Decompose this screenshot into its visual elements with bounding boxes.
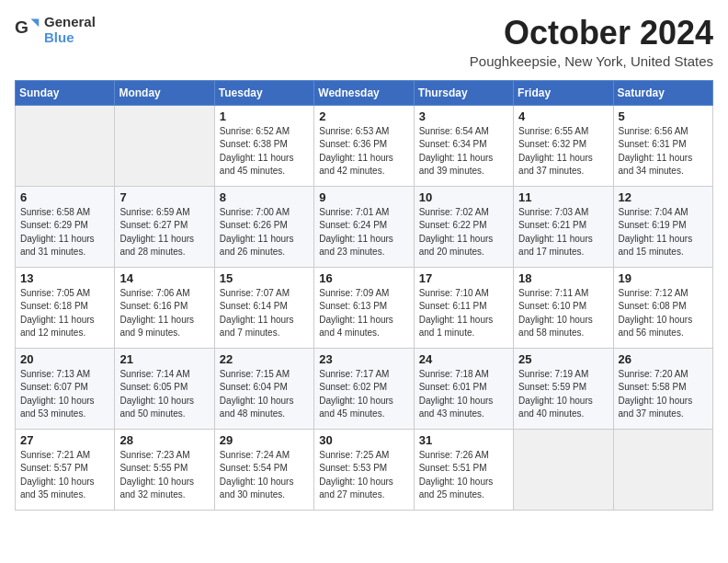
calendar-day-13: 13Sunrise: 7:05 AMSunset: 6:18 PMDayligh… — [16, 267, 115, 348]
day-number: 4 — [518, 109, 608, 123]
day-details: Sunrise: 7:09 AMSunset: 6:13 PMDaylight:… — [319, 287, 408, 340]
calendar-week-0: 1Sunrise: 6:52 AMSunset: 6:38 PMDaylight… — [16, 105, 713, 186]
day-number: 1 — [220, 109, 309, 123]
day-number: 5 — [619, 109, 708, 123]
day-header-wednesday: Wednesday — [314, 80, 414, 105]
calendar-day-21: 21Sunrise: 7:14 AMSunset: 6:05 PMDayligh… — [115, 348, 214, 429]
calendar-day-30: 30Sunrise: 7:25 AMSunset: 5:53 PMDayligh… — [314, 429, 414, 510]
day-details: Sunrise: 7:20 AMSunset: 5:58 PMDaylight:… — [619, 368, 708, 421]
day-details: Sunrise: 6:56 AMSunset: 6:31 PMDaylight:… — [619, 125, 708, 178]
day-number: 19 — [619, 271, 708, 285]
day-header-friday: Friday — [514, 80, 613, 105]
calendar-empty — [16, 105, 115, 186]
calendar-day-27: 27Sunrise: 7:21 AMSunset: 5:57 PMDayligh… — [16, 429, 115, 510]
calendar-day-4: 4Sunrise: 6:55 AMSunset: 6:32 PMDaylight… — [514, 105, 613, 186]
logo-blue: Blue — [44, 30, 96, 46]
calendar-day-8: 8Sunrise: 7:00 AMSunset: 6:26 PMDaylight… — [214, 186, 313, 267]
day-number: 2 — [319, 109, 408, 123]
day-number: 17 — [419, 271, 508, 285]
calendar-week-1: 6Sunrise: 6:58 AMSunset: 6:29 PMDaylight… — [16, 186, 713, 267]
day-number: 8 — [220, 190, 309, 204]
location: Poughkeepsie, New York, United States — [470, 53, 713, 69]
day-header-sunday: Sunday — [16, 80, 115, 105]
calendar-day-17: 17Sunrise: 7:10 AMSunset: 6:11 PMDayligh… — [414, 267, 513, 348]
calendar-day-9: 9Sunrise: 7:01 AMSunset: 6:24 PMDaylight… — [314, 186, 414, 267]
day-number: 14 — [119, 271, 209, 285]
day-details: Sunrise: 6:52 AMSunset: 6:38 PMDaylight:… — [220, 125, 309, 178]
logo-icon: G — [15, 16, 40, 45]
day-number: 7 — [119, 190, 209, 204]
calendar-week-3: 20Sunrise: 7:13 AMSunset: 6:07 PMDayligh… — [16, 348, 713, 429]
day-number: 16 — [319, 271, 408, 285]
calendar-week-2: 13Sunrise: 7:05 AMSunset: 6:18 PMDayligh… — [16, 267, 713, 348]
calendar-empty — [514, 429, 613, 510]
day-number: 3 — [419, 109, 508, 123]
day-number: 25 — [518, 352, 608, 366]
calendar-day-31: 31Sunrise: 7:26 AMSunset: 5:51 PMDayligh… — [414, 429, 513, 510]
calendar-day-11: 11Sunrise: 7:03 AMSunset: 6:21 PMDayligh… — [514, 186, 613, 267]
calendar-day-3: 3Sunrise: 6:54 AMSunset: 6:34 PMDaylight… — [414, 105, 513, 186]
logo: G General Blue — [15, 15, 96, 45]
svg-marker-1 — [31, 18, 40, 27]
calendar-day-15: 15Sunrise: 7:07 AMSunset: 6:14 PMDayligh… — [214, 267, 313, 348]
calendar-day-7: 7Sunrise: 6:59 AMSunset: 6:27 PMDaylight… — [115, 186, 214, 267]
day-details: Sunrise: 6:53 AMSunset: 6:36 PMDaylight:… — [319, 125, 408, 178]
calendar-empty — [115, 105, 214, 186]
calendar-day-18: 18Sunrise: 7:11 AMSunset: 6:10 PMDayligh… — [514, 267, 613, 348]
day-number: 23 — [319, 352, 408, 366]
calendar-day-29: 29Sunrise: 7:24 AMSunset: 5:54 PMDayligh… — [214, 429, 313, 510]
day-number: 29 — [220, 433, 309, 447]
day-details: Sunrise: 7:21 AMSunset: 5:57 PMDaylight:… — [20, 449, 109, 502]
calendar-day-10: 10Sunrise: 7:02 AMSunset: 6:22 PMDayligh… — [414, 186, 513, 267]
day-details: Sunrise: 6:59 AMSunset: 6:27 PMDaylight:… — [119, 206, 209, 259]
day-number: 26 — [619, 352, 708, 366]
day-details: Sunrise: 6:55 AMSunset: 6:32 PMDaylight:… — [518, 125, 608, 178]
calendar-day-19: 19Sunrise: 7:12 AMSunset: 6:08 PMDayligh… — [613, 267, 712, 348]
day-number: 12 — [619, 190, 708, 204]
calendar-week-4: 27Sunrise: 7:21 AMSunset: 5:57 PMDayligh… — [16, 429, 713, 510]
day-number: 21 — [119, 352, 209, 366]
day-details: Sunrise: 7:05 AMSunset: 6:18 PMDaylight:… — [20, 287, 109, 340]
day-number: 20 — [20, 352, 109, 366]
calendar-day-26: 26Sunrise: 7:20 AMSunset: 5:58 PMDayligh… — [613, 348, 712, 429]
day-details: Sunrise: 7:00 AMSunset: 6:26 PMDaylight:… — [220, 206, 309, 259]
svg-text:G: G — [15, 17, 28, 37]
logo-general: General — [44, 15, 96, 30]
day-number: 31 — [419, 433, 508, 447]
day-number: 22 — [220, 352, 309, 366]
day-details: Sunrise: 6:58 AMSunset: 6:29 PMDaylight:… — [20, 206, 109, 259]
day-details: Sunrise: 7:06 AMSunset: 6:16 PMDaylight:… — [119, 287, 209, 340]
day-details: Sunrise: 7:23 AMSunset: 5:55 PMDaylight:… — [119, 449, 209, 502]
calendar-day-6: 6Sunrise: 6:58 AMSunset: 6:29 PMDaylight… — [16, 186, 115, 267]
day-number: 9 — [319, 190, 408, 204]
calendar-day-25: 25Sunrise: 7:19 AMSunset: 5:59 PMDayligh… — [514, 348, 613, 429]
day-details: Sunrise: 7:18 AMSunset: 6:01 PMDaylight:… — [419, 368, 508, 421]
calendar-day-22: 22Sunrise: 7:15 AMSunset: 6:04 PMDayligh… — [214, 348, 313, 429]
day-details: Sunrise: 6:54 AMSunset: 6:34 PMDaylight:… — [419, 125, 508, 178]
calendar-table: SundayMondayTuesdayWednesdayThursdayFrid… — [15, 80, 713, 511]
calendar-day-2: 2Sunrise: 6:53 AMSunset: 6:36 PMDaylight… — [314, 105, 414, 186]
day-header-saturday: Saturday — [613, 80, 712, 105]
day-header-monday: Monday — [115, 80, 214, 105]
day-details: Sunrise: 7:04 AMSunset: 6:19 PMDaylight:… — [619, 206, 708, 259]
calendar-day-16: 16Sunrise: 7:09 AMSunset: 6:13 PMDayligh… — [314, 267, 414, 348]
day-details: Sunrise: 7:03 AMSunset: 6:21 PMDaylight:… — [518, 206, 608, 259]
page-header: G General Blue October 2024 Poughkeepsie… — [15, 15, 713, 69]
day-number: 10 — [419, 190, 508, 204]
month-title: October 2024 — [470, 15, 713, 52]
calendar-day-5: 5Sunrise: 6:56 AMSunset: 6:31 PMDaylight… — [613, 105, 712, 186]
calendar-empty — [613, 429, 712, 510]
calendar-day-14: 14Sunrise: 7:06 AMSunset: 6:16 PMDayligh… — [115, 267, 214, 348]
calendar-day-28: 28Sunrise: 7:23 AMSunset: 5:55 PMDayligh… — [115, 429, 214, 510]
day-details: Sunrise: 7:26 AMSunset: 5:51 PMDaylight:… — [419, 449, 508, 502]
day-details: Sunrise: 7:11 AMSunset: 6:10 PMDaylight:… — [518, 287, 608, 340]
day-number: 6 — [20, 190, 109, 204]
calendar-day-12: 12Sunrise: 7:04 AMSunset: 6:19 PMDayligh… — [613, 186, 712, 267]
day-details: Sunrise: 7:15 AMSunset: 6:04 PMDaylight:… — [220, 368, 309, 421]
calendar-day-23: 23Sunrise: 7:17 AMSunset: 6:02 PMDayligh… — [314, 348, 414, 429]
day-number: 28 — [119, 433, 209, 447]
day-details: Sunrise: 7:07 AMSunset: 6:14 PMDaylight:… — [220, 287, 309, 340]
day-number: 15 — [220, 271, 309, 285]
day-details: Sunrise: 7:25 AMSunset: 5:53 PMDaylight:… — [319, 449, 408, 502]
day-header-tuesday: Tuesday — [214, 80, 313, 105]
